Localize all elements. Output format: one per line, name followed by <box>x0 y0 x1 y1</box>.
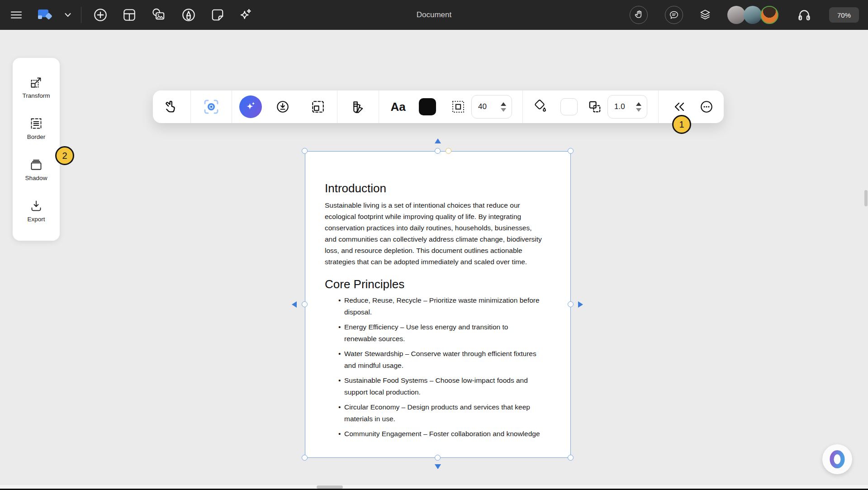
principles-list: Reduce, Reuse, Recycle – Prioritize wast… <box>325 295 555 442</box>
panel-item-shadow[interactable]: Shadow <box>25 158 47 181</box>
opacity-input[interactable] <box>608 102 628 111</box>
fill-bucket-icon <box>533 99 548 114</box>
hand-icon <box>633 10 644 20</box>
resize-handle-bottom-left[interactable] <box>302 455 308 461</box>
fill-tool-button[interactable] <box>533 99 548 114</box>
opacity-button[interactable] <box>588 100 602 114</box>
step-badge-2: 2 <box>55 146 74 165</box>
color-swatch-white <box>560 98 578 115</box>
hand-tool-button[interactable] <box>630 6 648 24</box>
expand-right-arrow[interactable] <box>578 301 583 308</box>
opacity-decrease-button[interactable] <box>636 108 641 112</box>
styles-swatches-button[interactable] <box>351 100 366 114</box>
resize-handle-top-left[interactable] <box>302 148 308 154</box>
resize-handle-top-right[interactable] <box>568 148 574 154</box>
layout-template-icon <box>122 8 137 22</box>
vertical-scrollbar-thumb[interactable] <box>864 190 868 206</box>
add-element-button[interactable] <box>91 6 109 24</box>
resize-handle-top-center[interactable] <box>435 148 441 154</box>
toolbar-divider <box>658 90 659 123</box>
audio-button[interactable] <box>795 6 813 24</box>
panel-item-label: Export <box>27 216 45 223</box>
sticky-note-button[interactable] <box>209 6 227 24</box>
document-heading: Core Principles <box>325 276 555 292</box>
focus-frame-icon <box>203 98 220 115</box>
ai-assistant-button[interactable] <box>239 95 262 118</box>
transform-icon <box>30 76 43 89</box>
crop-resize-button[interactable] <box>311 100 325 114</box>
toolbar-divider <box>232 90 232 123</box>
color-swatch-black <box>419 98 436 115</box>
hamburger-menu-button[interactable] <box>7 6 25 24</box>
opacity-stepper <box>636 102 641 112</box>
font-size-input[interactable] <box>472 102 492 111</box>
ai-gradient-circle <box>239 95 262 118</box>
text-style-button[interactable]: Aa <box>390 100 405 114</box>
resize-handle-bottom-right[interactable] <box>568 455 574 461</box>
workspace-switcher-button[interactable] <box>59 6 77 24</box>
app-logo-icon <box>37 8 54 22</box>
panel-item-label: Shadow <box>25 175 47 181</box>
panel-item-border[interactable]: Border <box>27 117 46 140</box>
collapse-toolbar-button[interactable] <box>673 100 686 114</box>
adjust-handle-yellow[interactable] <box>446 148 451 154</box>
comments-button[interactable] <box>665 6 683 24</box>
sparkles-icon <box>238 7 253 23</box>
headphones-icon <box>797 8 811 22</box>
shadow-icon <box>30 158 43 171</box>
layers-icon <box>698 8 712 22</box>
collaborator-avatar-3[interactable] <box>760 6 778 24</box>
assistant-launcher-button[interactable] <box>822 444 852 474</box>
horizontal-scrollbar[interactable] <box>0 484 868 489</box>
zoom-level-button[interactable]: 70% <box>829 7 859 23</box>
panel-item-label: Border <box>27 133 46 140</box>
panel-item-export[interactable]: Export <box>27 200 45 223</box>
ai-sparkle-icon <box>244 100 257 114</box>
toolbar-divider <box>337 90 337 123</box>
app-logo[interactable] <box>36 6 54 24</box>
magic-tools-button[interactable] <box>237 6 255 24</box>
padding-dotted-icon <box>451 100 465 114</box>
list-item: Sustainable Food Systems – Choose low-im… <box>325 375 555 398</box>
pen-circle-icon <box>181 7 196 23</box>
layers-button[interactable] <box>696 6 714 24</box>
opacity-increase-button[interactable] <box>636 102 641 106</box>
templates-button[interactable] <box>120 6 138 24</box>
select-tool-button[interactable] <box>162 100 177 114</box>
fill-color-swatch[interactable] <box>560 98 578 115</box>
download-circle-icon <box>275 100 290 114</box>
sticky-note-icon <box>210 8 225 22</box>
plus-circle-icon <box>93 7 108 23</box>
focus-frame-button[interactable] <box>203 98 220 115</box>
toolbar-divider <box>190 90 191 123</box>
resize-handle-middle-right[interactable] <box>568 301 574 307</box>
document-text[interactable]: Introduction Sustainable living is a set… <box>325 181 555 442</box>
opacity-input-group <box>607 95 647 119</box>
font-size-increase-button[interactable] <box>501 102 506 106</box>
step-badge-1: 1 <box>672 115 691 134</box>
toolbar-divider <box>379 90 379 123</box>
resize-handle-middle-left[interactable] <box>302 301 308 307</box>
media-button[interactable] <box>150 6 168 24</box>
swatch-book-icon <box>351 100 366 114</box>
font-size-input-group <box>471 95 512 119</box>
panel-item-transform[interactable]: Transform <box>22 76 50 99</box>
download-button[interactable] <box>275 100 290 114</box>
crop-icon <box>311 100 325 114</box>
export-icon <box>30 200 43 212</box>
expand-left-arrow[interactable] <box>292 301 297 308</box>
chevron-down-icon <box>63 10 72 19</box>
expand-up-arrow[interactable] <box>435 138 441 143</box>
text-color-swatch[interactable] <box>419 98 436 115</box>
comment-bubble-icon <box>669 10 679 20</box>
annotate-button[interactable] <box>180 6 198 24</box>
collaborator-avatar-2[interactable] <box>744 6 762 24</box>
padding-button[interactable] <box>451 100 465 114</box>
selected-document-frame[interactable]: Introduction Sustainable living is a set… <box>305 151 571 458</box>
collaborator-avatar-1[interactable] <box>727 6 745 24</box>
expand-down-arrow[interactable] <box>435 464 441 469</box>
resize-handle-bottom-center[interactable] <box>435 455 441 461</box>
font-size-decrease-button[interactable] <box>501 108 506 112</box>
horizontal-scrollbar-thumb[interactable] <box>317 485 343 489</box>
more-options-button[interactable] <box>699 100 714 114</box>
